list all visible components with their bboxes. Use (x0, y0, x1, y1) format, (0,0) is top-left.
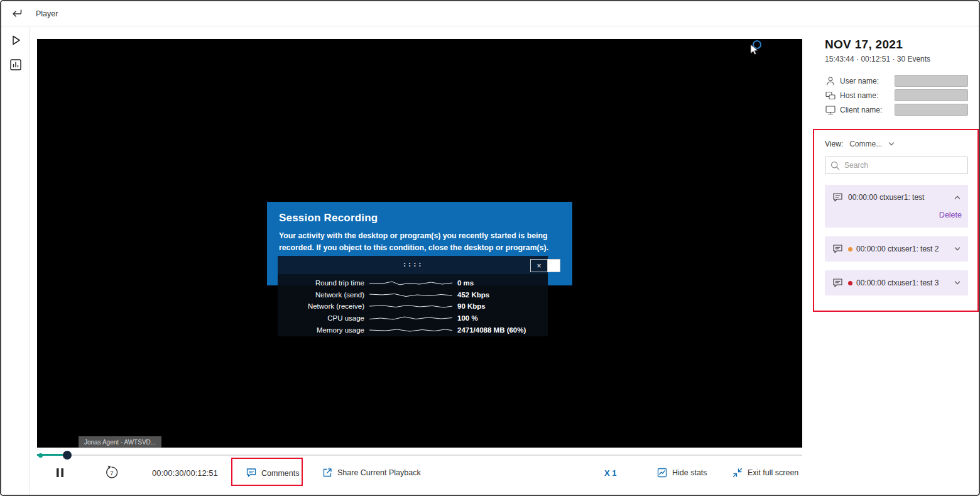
comment-text: 00:00:00 ctxuser1: test 3 (856, 278, 939, 287)
view-label: View: (825, 140, 843, 148)
expand-toggle[interactable] (953, 278, 962, 287)
svg-text:7: 7 (110, 470, 113, 477)
rewind-7s-button[interactable]: 7 (104, 465, 120, 481)
recording-fields: User name: Host name: Client name: (825, 74, 968, 117)
left-rail (1, 27, 30, 495)
comment-actions: Delete (832, 209, 962, 220)
speed-label: X 1 (604, 468, 617, 478)
comment-text: 00:00:00 ctxuser1: test 2 (856, 245, 939, 253)
comment-card-header[interactable]: 00:00:00 ctxuser1: test (832, 192, 962, 202)
collapse-toggle[interactable] (953, 193, 962, 202)
top-bar: Player (1, 1, 979, 26)
stat-label: Network (receive) (284, 302, 364, 310)
comment-card: 00:00:00 ctxuser1: test 2 (825, 236, 968, 262)
comment-bubble-icon (832, 192, 843, 202)
seek-handle[interactable] (63, 451, 72, 460)
client-name-value-redacted (895, 104, 968, 116)
drag-handle-icon[interactable]: :::: (403, 260, 423, 268)
delete-comment-link[interactable]: Delete (939, 211, 962, 219)
comment-card-header[interactable]: 00:00:00 ctxuser1: test 2 (832, 244, 962, 254)
client-name-row: Client name: (825, 102, 968, 117)
host-name-row: Host name: (825, 88, 968, 102)
view-selector-row: View: Comme... (825, 140, 968, 148)
stat-value: 100 % (457, 314, 478, 322)
hide-stats-button[interactable]: Hide stats (656, 467, 707, 478)
user-name-label: User name: (840, 77, 879, 85)
close-icon: × (536, 262, 541, 270)
recorded-cursor (746, 39, 765, 58)
rail-play-button[interactable] (9, 33, 23, 47)
chevron-down-icon (887, 140, 896, 148)
stats-rows: Round trip time 0 ms Network (send) 452 … (278, 274, 548, 336)
player-window: Player Session Recording Your activity w… (0, 0, 980, 496)
chevron-down-icon (953, 245, 962, 253)
stat-row: Network (receive) 90 Kbps (284, 300, 542, 312)
stat-label: Round trip time (284, 279, 364, 287)
comment-text: 00:00:00 ctxuser1: test (848, 193, 924, 202)
expand-toggle[interactable] (953, 245, 962, 253)
back-button[interactable] (11, 8, 23, 20)
comments-label: Comments (261, 468, 299, 477)
client-name-label: Client name: (840, 106, 882, 114)
comments-button[interactable]: Comments (246, 468, 299, 478)
sparkline-icon (369, 326, 452, 334)
stat-value: 2471/4088 MB (60%) (457, 326, 526, 334)
view-selected-value[interactable]: Comme... (849, 140, 882, 148)
stat-value: 452 Kbps (457, 291, 489, 299)
stats-close-group: × (530, 259, 560, 272)
seek-start-marker (38, 453, 43, 458)
sparkline-icon (369, 314, 452, 322)
close-stats-button[interactable]: × (530, 259, 548, 272)
view-dropdown[interactable] (887, 140, 896, 148)
user-name-value-redacted (895, 75, 968, 87)
rewind-7-icon: 7 (104, 465, 120, 481)
bar-chart-icon (9, 58, 23, 72)
seek-track[interactable] (37, 455, 802, 456)
playback-speed-button[interactable]: X 1 (604, 468, 617, 478)
sparkline-icon (369, 279, 452, 287)
exit-full-screen-label: Exit full screen (748, 468, 798, 477)
share-label: Share Current Playback (337, 468, 421, 477)
stats-chart-icon (656, 467, 668, 478)
host-name-value-redacted (895, 89, 968, 101)
stat-row: Round trip time 0 ms (284, 277, 542, 289)
exit-full-screen-icon (732, 467, 743, 478)
comment-list: 00:00:00 ctxuser1: test Delete 00:00:00 … (825, 185, 968, 295)
sparkline-icon (369, 302, 452, 310)
play-icon (9, 33, 23, 47)
comment-search (825, 157, 968, 174)
pause-button[interactable] (56, 468, 65, 478)
video-surface[interactable]: Session Recording Your activity with the… (37, 39, 802, 448)
exit-full-screen-button[interactable]: Exit full screen (732, 467, 798, 478)
host-icon (825, 90, 836, 101)
comment-card: 00:00:00 ctxuser1: test Delete (825, 185, 968, 228)
comment-bubble-icon (832, 278, 843, 288)
stat-row: CPU usage 100 % (284, 312, 542, 324)
notice-dialog-title: Session Recording (279, 212, 560, 224)
cursor-highlight-icon (753, 41, 761, 48)
share-current-playback-button[interactable]: Share Current Playback (322, 467, 421, 478)
seek-bar[interactable] (37, 450, 802, 460)
comment-icon (246, 468, 257, 478)
window-fragment (548, 259, 560, 272)
search-input[interactable] (825, 157, 968, 174)
recording-date: NOV 17, 2021 (825, 38, 968, 52)
stat-label: Network (send) (284, 291, 364, 299)
recorded-window-title: Jonas Agent - AWTSVD... (79, 436, 161, 448)
chevron-up-icon (953, 193, 962, 202)
user-icon (825, 75, 836, 87)
back-arrow-icon (11, 8, 23, 20)
chevron-down-icon (953, 278, 962, 287)
rail-events-button[interactable] (9, 58, 23, 72)
playback-time: 00:00:30/00:12:51 (152, 468, 218, 478)
stat-row: Network (send) 452 Kbps (284, 289, 542, 301)
comment-card-header[interactable]: 00:00:00 ctxuser1: test 3 (832, 278, 962, 288)
host-name-label: Host name: (840, 91, 878, 100)
stat-label: CPU usage (284, 314, 364, 322)
hide-stats-label: Hide stats (672, 468, 707, 477)
sparkline-icon (369, 291, 452, 299)
comment-bubble-icon (832, 244, 843, 254)
stat-value: 90 Kbps (457, 302, 486, 310)
recording-meta: 15:43:44 · 00:12:51 · 30 Events (825, 55, 968, 63)
stat-row: Memory usage 2471/4088 MB (60%) (284, 324, 542, 336)
